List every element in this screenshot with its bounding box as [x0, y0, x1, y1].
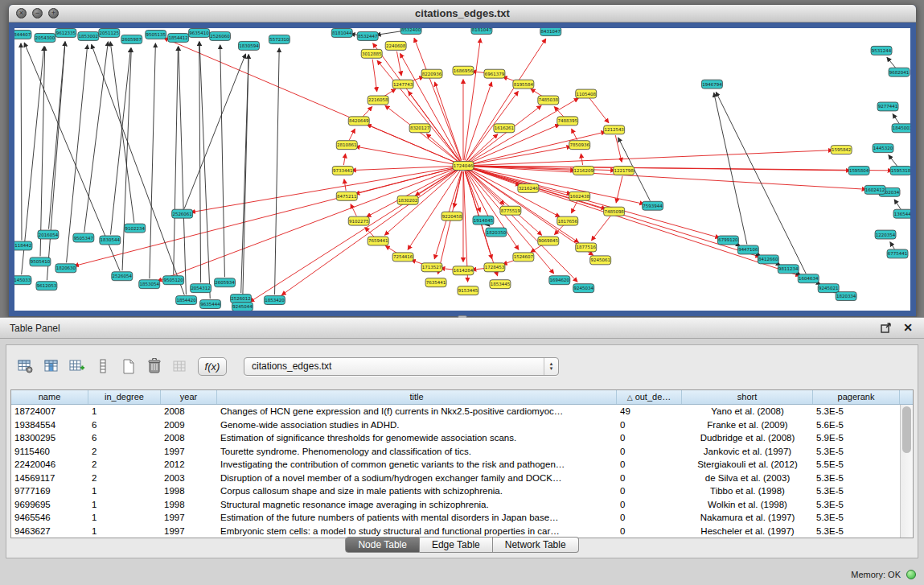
column-header-title[interactable]: title [217, 390, 617, 404]
table-cell-name[interactable]: 18300295 [11, 431, 88, 445]
table-cell-out_de[interactable]: 0 [617, 418, 682, 432]
delete-button[interactable] [143, 356, 165, 377]
table-cell-in_degree[interactable]: 1 [88, 525, 161, 538]
table-row[interactable]: 1830029562008Estimation of significance … [11, 431, 900, 445]
citation-edge-black[interactable] [47, 42, 65, 280]
citation-edge-black[interactable] [21, 43, 22, 241]
new-table-button[interactable] [117, 356, 139, 377]
table-row[interactable]: 946362711997Embryonic stem cells: a mode… [11, 525, 900, 538]
window-zoom-button[interactable]: + [48, 8, 59, 19]
table-cell-out_de[interactable]: 0 [617, 431, 682, 445]
table-cell-short[interactable]: Yano et al. (2008) [682, 405, 813, 418]
table-cell-out_de[interactable]: 0 [617, 525, 682, 538]
table-cell-year[interactable]: 1997 [161, 445, 217, 459]
table-cell-short[interactable]: Franke et al. (2009) [682, 418, 813, 432]
table-cell-in_degree[interactable]: 1 [88, 484, 161, 498]
tab-network-table[interactable]: Network Table [493, 537, 579, 553]
citation-edge-red[interactable] [572, 201, 577, 213]
table-cell-in_degree[interactable]: 6 [88, 418, 161, 432]
table-selector-dropdown[interactable]: citations_edges.txt ▲▼ [244, 357, 559, 376]
citation-edge-red[interactable] [581, 154, 582, 165]
delete-table-button[interactable] [169, 356, 191, 377]
table-cell-out_de[interactable]: 0 [617, 484, 682, 498]
column-header-short[interactable]: short [682, 390, 813, 404]
table-cell-pagerank[interactable]: 5.6E-5 [813, 418, 900, 432]
citation-edge-black[interactable] [174, 47, 179, 274]
citation-edge-red[interactable] [367, 168, 458, 216]
citation-edge-black[interactable] [887, 57, 896, 68]
add-column-button[interactable] [66, 356, 88, 377]
citation-edge-red[interactable] [463, 171, 467, 282]
table-cell-pagerank[interactable]: 5.3E-5 [813, 472, 900, 485]
function-builder-button[interactable]: f(x) [198, 357, 227, 376]
table-cell-short[interactable]: Nakamura et al. (1997) [682, 511, 813, 525]
citation-edge-red[interactable] [468, 98, 578, 163]
table-cell-name[interactable]: 19384554 [11, 418, 88, 432]
table-cell-short[interactable]: Tibbo et al. (1998) [682, 484, 813, 498]
citation-edge-black[interactable] [243, 55, 248, 301]
table-cell-in_degree[interactable]: 2 [88, 472, 161, 485]
table-cell-pagerank[interactable]: 5.3E-5 [813, 484, 900, 498]
table-cell-title[interactable]: Structural magnetic resonance image aver… [217, 498, 617, 512]
table-cell-year[interactable]: 1998 [161, 484, 217, 498]
table-cell-out_de[interactable]: 0 [617, 445, 682, 459]
table-cell-year[interactable]: 2008 [161, 431, 217, 445]
column-header-in_degree[interactable]: in_degree [88, 390, 161, 404]
citation-edge-red[interactable] [572, 129, 577, 140]
table-cell-year[interactable]: 2012 [161, 458, 217, 472]
table-cell-out_de[interactable]: 49 [617, 405, 682, 418]
citation-edge-red[interactable] [438, 171, 462, 274]
citation-edge-red[interactable] [158, 168, 458, 282]
citation-edge-black[interactable] [716, 92, 806, 274]
table-cell-title[interactable]: Investigating the contribution of common… [217, 458, 617, 472]
citation-edge-red[interactable] [469, 167, 720, 238]
tab-edge-table[interactable]: Edge Table [420, 537, 493, 553]
table-cell-name[interactable]: 22420046 [11, 458, 88, 472]
table-row[interactable]: 946554611997Estimation of the future num… [11, 511, 900, 525]
table-cell-short[interactable]: Dudbridge et al. (2008) [682, 431, 813, 445]
table-cell-pagerank[interactable]: 5.3E-5 [813, 511, 900, 525]
citation-edge-black[interactable] [199, 42, 210, 299]
citation-edge-black[interactable] [890, 242, 894, 249]
citation-edge-black[interactable] [150, 43, 155, 278]
citation-edge-red[interactable] [469, 150, 832, 166]
citation-edge-black[interactable] [49, 42, 65, 229]
citation-edge-red[interactable] [408, 171, 460, 249]
citation-edge-black[interactable] [179, 47, 186, 295]
table-cell-out_de[interactable]: 0 [617, 498, 682, 512]
table-cell-name[interactable]: 18724007 [11, 405, 88, 418]
table-vertical-scrollbar[interactable] [900, 405, 913, 538]
table-cell-year[interactable]: 2008 [161, 405, 217, 418]
table-cell-year[interactable]: 1997 [161, 511, 217, 525]
citation-edge-red[interactable] [468, 169, 579, 242]
table-cell-pagerank[interactable]: 5.9E-5 [813, 431, 900, 445]
table-cell-short[interactable]: Stergiakouli et al. (2012) [682, 458, 813, 472]
table-cell-name[interactable]: 9465546 [11, 511, 88, 525]
citation-edge-red[interactable] [344, 179, 346, 191]
table-cell-title[interactable]: Corpus callosum shape and size in male p… [217, 484, 617, 498]
citation-edge-black[interactable] [889, 155, 897, 167]
table-cell-pagerank[interactable]: 5.3E-5 [813, 445, 900, 459]
column-header-name[interactable]: name [11, 390, 88, 404]
table-row[interactable]: 911546021997Tourette syndrome. Phenomeno… [11, 445, 900, 459]
table-cell-name[interactable]: 9777169 [11, 484, 88, 498]
column-header-pagerank[interactable]: pagerank [813, 390, 900, 404]
scrollbar-thumb[interactable] [902, 406, 911, 453]
table-cell-out_de[interactable]: 0 [617, 472, 682, 485]
table-cell-short[interactable]: Jankovic et al. (1997) [682, 445, 813, 459]
citation-edge-red[interactable] [343, 154, 345, 165]
citation-edge-red[interactable] [74, 167, 458, 266]
table-cell-in_degree[interactable]: 6 [88, 431, 161, 445]
table-cell-title[interactable]: Estimation of significance thresholds fo… [217, 431, 617, 445]
window-minimize-button[interactable]: − [32, 8, 43, 19]
table-row[interactable]: 1938455462009Genome-wide association stu… [11, 418, 900, 432]
citation-edge-red[interactable] [164, 38, 458, 163]
table-cell-title[interactable]: Changes of HCN gene expression and I(f) … [217, 405, 617, 418]
citation-edge-black[interactable] [84, 42, 109, 233]
table-row[interactable]: 969969511998Structural magnetic resonanc… [11, 498, 900, 512]
citation-edge-red[interactable] [365, 227, 375, 237]
citation-edge-black[interactable] [92, 44, 185, 295]
citation-edge-black[interactable] [199, 42, 201, 282]
table-row[interactable]: 1456911722003Disruption of a novel membe… [11, 472, 900, 485]
network-window-titlebar[interactable]: × − + citations_edges.txt [9, 5, 916, 23]
